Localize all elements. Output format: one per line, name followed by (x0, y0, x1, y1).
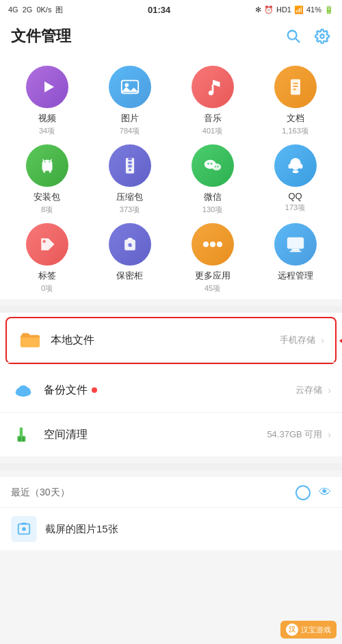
watermark-text: 汉宝游戏 (301, 625, 331, 635)
video-count: 34项 (39, 126, 55, 136)
svg-point-27 (207, 163, 209, 165)
grid-item-doc[interactable]: 文档1,163项 (254, 66, 337, 136)
svg-point-29 (214, 166, 215, 167)
grid-item-remote[interactable]: 远程管理 (254, 223, 337, 294)
recent-screenshots-item[interactable]: 截屏的图片15张 (0, 508, 342, 550)
status-time: 01:34 (148, 5, 170, 15)
remote-icon (274, 223, 317, 266)
chevron-icon: › (321, 335, 324, 346)
wifi-icon: 📶 (294, 5, 304, 14)
svg-line-1 (295, 38, 300, 42)
local-files-wrapper: 本地文件 手机存储 › (0, 313, 342, 368)
settings-button[interactable] (313, 27, 331, 45)
svg-rect-55 (21, 523, 26, 525)
grid-item-music[interactable]: 音乐401项 (171, 66, 254, 136)
video-label: 视频 (38, 112, 56, 125)
arrow-head (339, 330, 342, 352)
svg-point-41 (217, 242, 222, 247)
svg-rect-51 (18, 437, 21, 441)
svg-rect-43 (291, 249, 299, 251)
zip-icon (109, 144, 151, 187)
safe-label: 保密柜 (116, 270, 143, 282)
recent-actions: 👁 (295, 485, 331, 500)
grid-item-wechat[interactable]: 微信130项 (171, 144, 254, 215)
music-icon (192, 66, 234, 108)
svg-rect-44 (289, 250, 301, 252)
svg-rect-42 (287, 237, 303, 249)
svg-rect-49 (20, 428, 23, 437)
grid-item-zip[interactable]: 压缩包373项 (88, 144, 171, 215)
grid-item-photo[interactable]: 图片784项 (88, 66, 171, 136)
clean-label: 空间清理 (44, 428, 267, 442)
search-button[interactable] (285, 27, 302, 45)
svg-point-0 (288, 31, 297, 40)
wechat-count: 130项 (202, 205, 222, 215)
photo-label: 图片 (121, 112, 139, 125)
status-right: ✻ ⏰ HD1 📶 41% 🔋 (255, 5, 334, 14)
grid-item-more[interactable]: 更多应用45项 (171, 223, 254, 294)
header-actions (285, 27, 331, 45)
eye-icon[interactable]: 👁 (319, 485, 331, 500)
network-icon: 图 (55, 5, 63, 15)
svg-point-24 (129, 168, 131, 171)
svg-point-39 (203, 242, 209, 247)
battery-icon: 🔋 (324, 5, 334, 14)
broom-icon (11, 422, 36, 447)
more-icon (192, 223, 234, 266)
folder-icon (18, 328, 42, 352)
doc-count: 1,163项 (282, 126, 308, 136)
clean-right: 54.37GB 可用 › (267, 428, 331, 441)
recent-section: 最近（30天） 👁 截屏的图片15张 (0, 477, 342, 550)
svg-point-2 (320, 34, 324, 38)
watermark-logo: 汉 (286, 623, 298, 636)
svg-rect-22 (128, 162, 131, 164)
available-space-text: 54.37GB 可用 (267, 428, 322, 441)
music-label: 音乐 (204, 112, 222, 125)
svg-rect-15 (49, 170, 51, 173)
signal-4g: 4G (8, 5, 18, 14)
local-files-label: 本地文件 (51, 333, 280, 348)
qq-count: 173项 (285, 203, 305, 213)
more-label: 更多应用 (195, 270, 231, 282)
grid-item-video[interactable]: 视频34项 (5, 66, 88, 136)
local-files-highlight: 本地文件 手机存储 › (5, 317, 337, 364)
category-grid: 视频34项图片784项音乐401项文档1,163项安装包8项压缩包373项微信1… (0, 55, 342, 299)
wechat-icon (192, 144, 234, 187)
clean-item[interactable]: 空间清理 54.37GB 可用 › (0, 413, 342, 456)
qq-icon (274, 144, 317, 187)
grid-item-safe[interactable]: 保密柜 (88, 223, 171, 294)
grid-item-qq[interactable]: QQ173项 (254, 144, 337, 215)
svg-point-5 (124, 83, 129, 87)
arrow-annotation (339, 330, 342, 352)
notification-dot (92, 387, 97, 393)
svg-point-26 (212, 164, 221, 170)
svg-point-7 (208, 90, 213, 95)
more-count: 45项 (205, 283, 220, 294)
apk-count: 8项 (41, 205, 53, 215)
safe-icon (109, 223, 151, 266)
signal-2g: 2G (23, 5, 33, 14)
storage-list: 备份文件 云存储 › 空间清理 54.37GB 可用 › (0, 368, 342, 456)
backup-item[interactable]: 备份文件 云存储 › (0, 368, 342, 413)
local-files-item[interactable]: 本地文件 手机存储 › (7, 318, 335, 363)
zip-count: 373项 (120, 205, 140, 215)
svg-point-28 (210, 163, 212, 165)
svg-point-33 (299, 164, 302, 168)
status-left: 4G 2G 0K/s 图 (8, 5, 63, 15)
grid-item-tag[interactable]: 标签0项 (5, 223, 88, 294)
svg-marker-3 (44, 81, 54, 92)
qq-label: QQ (288, 191, 302, 201)
svg-point-35 (42, 240, 45, 242)
backup-right: 云存储 › (295, 384, 331, 396)
status-bar: 4G 2G 0K/s 图 01:34 ✻ ⏰ HD1 📶 41% 🔋 (0, 0, 342, 19)
svg-point-34 (292, 170, 298, 173)
filter-circle-icon[interactable] (295, 485, 311, 500)
apk-icon (26, 144, 68, 187)
tag-label: 标签 (38, 270, 56, 282)
backup-label: 备份文件 (44, 383, 295, 398)
chevron-icon-2: › (328, 385, 331, 396)
grid-item-apk[interactable]: 安装包8项 (5, 144, 88, 215)
svg-rect-52 (22, 437, 25, 441)
recent-header: 最近（30天） 👁 (0, 477, 342, 508)
doc-label: 文档 (287, 112, 304, 125)
